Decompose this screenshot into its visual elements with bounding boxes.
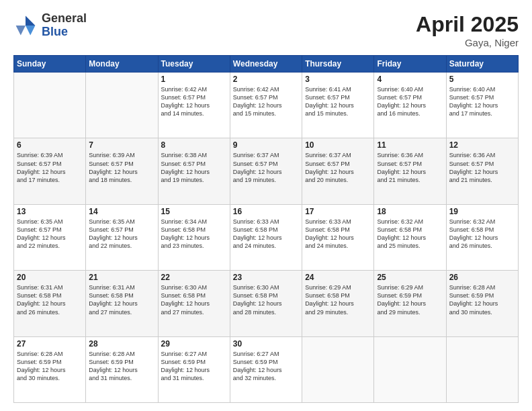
calendar-week-row: 13Sunrise: 6:35 AM Sunset: 6:57 PM Dayli… [14, 204, 519, 270]
table-row: 3Sunrise: 6:41 AM Sunset: 6:57 PM Daylig… [302, 73, 374, 138]
table-row: 8Sunrise: 6:38 AM Sunset: 6:57 PM Daylig… [158, 138, 230, 204]
calendar-title: April 2025 [416, 12, 519, 37]
day-info: Sunrise: 6:28 AM Sunset: 6:59 PM Dayligh… [89, 350, 154, 383]
day-info: Sunrise: 6:32 AM Sunset: 6:58 PM Dayligh… [377, 218, 443, 250]
day-info: Sunrise: 6:39 AM Sunset: 6:57 PM Dayligh… [89, 151, 154, 184]
table-row: 13Sunrise: 6:35 AM Sunset: 6:57 PM Dayli… [14, 204, 86, 270]
header-tuesday: Tuesday [158, 56, 230, 73]
table-row: 16Sunrise: 6:33 AM Sunset: 6:58 PM Dayli… [230, 204, 302, 270]
table-row: 21Sunrise: 6:31 AM Sunset: 6:58 PM Dayli… [86, 271, 158, 336]
day-info: Sunrise: 6:35 AM Sunset: 6:57 PM Dayligh… [17, 218, 83, 250]
day-info: Sunrise: 6:33 AM Sunset: 6:58 PM Dayligh… [233, 218, 299, 250]
table-row: 15Sunrise: 6:34 AM Sunset: 6:58 PM Dayli… [158, 204, 230, 270]
day-info: Sunrise: 6:41 AM Sunset: 6:57 PM Dayligh… [305, 85, 371, 118]
day-info: Sunrise: 6:39 AM Sunset: 6:57 PM Dayligh… [17, 151, 83, 184]
day-info: Sunrise: 6:28 AM Sunset: 6:59 PM Dayligh… [449, 283, 515, 316]
day-number: 16 [233, 207, 299, 216]
day-info: Sunrise: 6:34 AM Sunset: 6:58 PM Dayligh… [161, 218, 227, 250]
table-row: 7Sunrise: 6:39 AM Sunset: 6:57 PM Daylig… [86, 138, 158, 204]
day-info: Sunrise: 6:37 AM Sunset: 6:57 PM Dayligh… [305, 151, 371, 184]
weekday-header-row: Sunday Monday Tuesday Wednesday Thursday… [14, 56, 519, 73]
day-info: Sunrise: 6:38 AM Sunset: 6:57 PM Dayligh… [161, 151, 227, 184]
day-number: 18 [377, 207, 443, 216]
table-row: 4Sunrise: 6:40 AM Sunset: 6:57 PM Daylig… [374, 73, 446, 138]
svg-marker-2 [16, 26, 26, 35]
table-row [14, 73, 86, 138]
day-number: 28 [89, 339, 154, 349]
title-block: April 2025 Gaya, Niger [416, 12, 519, 48]
day-number: 8 [161, 140, 227, 150]
day-number: 19 [449, 207, 515, 216]
table-row: 23Sunrise: 6:30 AM Sunset: 6:58 PM Dayli… [230, 271, 302, 336]
day-info: Sunrise: 6:40 AM Sunset: 6:57 PM Dayligh… [377, 85, 443, 118]
day-info: Sunrise: 6:27 AM Sunset: 6:59 PM Dayligh… [161, 350, 227, 383]
day-number: 22 [161, 273, 227, 282]
table-row: 12Sunrise: 6:36 AM Sunset: 6:57 PM Dayli… [446, 138, 518, 204]
day-number: 6 [17, 140, 83, 150]
day-number: 23 [233, 273, 299, 282]
table-row: 1Sunrise: 6:42 AM Sunset: 6:57 PM Daylig… [158, 73, 230, 138]
day-number: 21 [89, 273, 154, 282]
day-info: Sunrise: 6:30 AM Sunset: 6:58 PM Dayligh… [161, 283, 227, 316]
header-wednesday: Wednesday [230, 56, 302, 73]
calendar-week-row: 6Sunrise: 6:39 AM Sunset: 6:57 PM Daylig… [14, 138, 519, 204]
day-number: 4 [377, 75, 443, 84]
table-row [446, 336, 518, 402]
calendar-week-row: 1Sunrise: 6:42 AM Sunset: 6:57 PM Daylig… [14, 73, 519, 138]
table-row: 19Sunrise: 6:32 AM Sunset: 6:58 PM Dayli… [446, 204, 518, 270]
day-info: Sunrise: 6:31 AM Sunset: 6:58 PM Dayligh… [17, 283, 83, 316]
day-info: Sunrise: 6:32 AM Sunset: 6:58 PM Dayligh… [449, 218, 515, 250]
day-number: 25 [377, 273, 443, 282]
header-monday: Monday [86, 56, 158, 73]
day-info: Sunrise: 6:42 AM Sunset: 6:57 PM Dayligh… [161, 85, 227, 118]
table-row: 29Sunrise: 6:27 AM Sunset: 6:59 PM Dayli… [158, 336, 230, 402]
calendar-week-row: 20Sunrise: 6:31 AM Sunset: 6:58 PM Dayli… [14, 271, 519, 336]
day-number: 27 [17, 339, 83, 349]
day-number: 26 [449, 273, 515, 282]
day-number: 29 [161, 339, 227, 349]
table-row: 17Sunrise: 6:33 AM Sunset: 6:58 PM Dayli… [302, 204, 374, 270]
table-row: 11Sunrise: 6:36 AM Sunset: 6:57 PM Dayli… [374, 138, 446, 204]
day-info: Sunrise: 6:31 AM Sunset: 6:58 PM Dayligh… [89, 283, 154, 316]
day-info: Sunrise: 6:33 AM Sunset: 6:58 PM Dayligh… [305, 218, 371, 250]
day-number: 9 [233, 140, 299, 150]
logo-general-text: General [42, 12, 87, 26]
day-info: Sunrise: 6:30 AM Sunset: 6:58 PM Dayligh… [233, 283, 299, 316]
day-number: 20 [17, 273, 83, 282]
page: General Blue April 2025 Gaya, Niger Sund… [0, 0, 532, 411]
table-row: 22Sunrise: 6:30 AM Sunset: 6:58 PM Dayli… [158, 271, 230, 336]
table-row: 25Sunrise: 6:29 AM Sunset: 6:59 PM Dayli… [374, 271, 446, 336]
header: General Blue April 2025 Gaya, Niger [13, 12, 519, 48]
calendar-location: Gaya, Niger [416, 37, 519, 48]
table-row: 28Sunrise: 6:28 AM Sunset: 6:59 PM Dayli… [86, 336, 158, 402]
day-info: Sunrise: 6:37 AM Sunset: 6:57 PM Dayligh… [233, 151, 299, 184]
logo-blue-text: Blue [42, 26, 87, 39]
day-number: 17 [305, 207, 371, 216]
calendar-week-row: 27Sunrise: 6:28 AM Sunset: 6:59 PM Dayli… [14, 336, 519, 402]
day-number: 11 [377, 140, 443, 150]
table-row: 24Sunrise: 6:29 AM Sunset: 6:58 PM Dayli… [302, 271, 374, 336]
table-row: 9Sunrise: 6:37 AM Sunset: 6:57 PM Daylig… [230, 138, 302, 204]
day-info: Sunrise: 6:28 AM Sunset: 6:59 PM Dayligh… [17, 350, 83, 383]
day-number: 2 [233, 75, 299, 84]
table-row [374, 336, 446, 402]
day-number: 3 [305, 75, 371, 84]
day-info: Sunrise: 6:36 AM Sunset: 6:57 PM Dayligh… [449, 151, 515, 184]
table-row: 20Sunrise: 6:31 AM Sunset: 6:58 PM Dayli… [14, 271, 86, 336]
header-thursday: Thursday [302, 56, 374, 73]
table-row: 6Sunrise: 6:39 AM Sunset: 6:57 PM Daylig… [14, 138, 86, 204]
header-saturday: Saturday [446, 56, 518, 73]
logo-text: General Blue [42, 12, 87, 39]
logo: General Blue [13, 12, 87, 39]
day-number: 14 [89, 207, 154, 216]
svg-marker-1 [26, 26, 35, 35]
table-row: 2Sunrise: 6:42 AM Sunset: 6:57 PM Daylig… [230, 73, 302, 138]
table-row: 10Sunrise: 6:37 AM Sunset: 6:57 PM Dayli… [302, 138, 374, 204]
logo-icon [13, 13, 38, 38]
table-row: 18Sunrise: 6:32 AM Sunset: 6:58 PM Dayli… [374, 204, 446, 270]
day-info: Sunrise: 6:42 AM Sunset: 6:57 PM Dayligh… [233, 85, 299, 118]
day-info: Sunrise: 6:36 AM Sunset: 6:57 PM Dayligh… [377, 151, 443, 184]
day-number: 1 [161, 75, 227, 84]
day-number: 10 [305, 140, 371, 150]
day-info: Sunrise: 6:27 AM Sunset: 6:59 PM Dayligh… [233, 350, 299, 383]
